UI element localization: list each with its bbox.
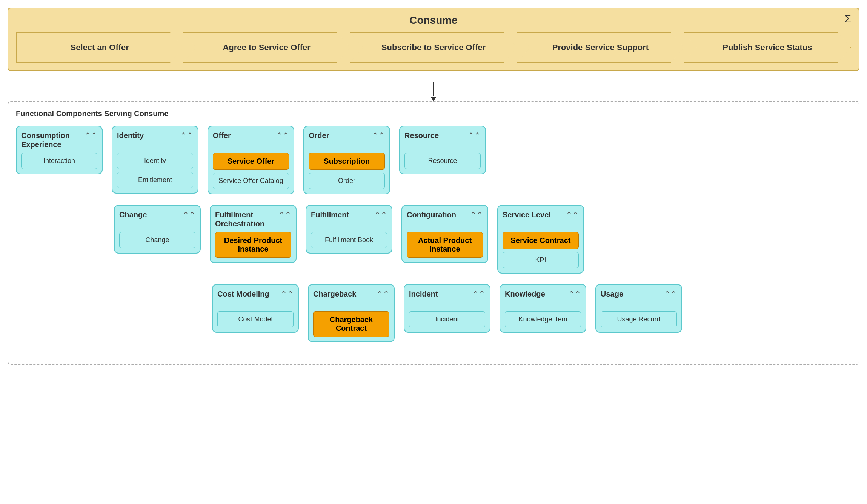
- comp-card-header-offer: Offer⌃⌃: [213, 131, 289, 149]
- banner-title: Consume: [16, 14, 851, 26]
- comp-item-consumption-experience-0: Interaction: [21, 153, 97, 169]
- comp-card-header-usage: Usage⌃⌃: [601, 289, 677, 307]
- comp-item-incident-0: Incident: [409, 311, 485, 327]
- comp-card-title-change: Change: [119, 210, 180, 219]
- comp-card-header-fulfillment-orchestration: Fulfillment Orchestration⌃⌃: [215, 210, 291, 228]
- comp-card-header-configuration: Configuration⌃⌃: [407, 210, 483, 228]
- comp-card-service-level: Service Level⌃⌃Service ContractKPI: [497, 205, 584, 274]
- comp-card-chevron-icon-fulfillment: ⌃⌃: [374, 210, 387, 219]
- comp-card-chevron-icon-identity: ⌃⌃: [180, 131, 193, 140]
- comp-item-change-0: Change: [119, 232, 195, 248]
- page-container: Consume Σ Select an OfferAgree to Servic…: [8, 8, 859, 365]
- comp-card-title-fulfillment: Fulfillment: [311, 210, 372, 219]
- comp-card-chargeback: Chargeback⌃⌃Chargeback Contract: [308, 284, 395, 342]
- comp-card-chevron-icon-cost-modeling: ⌃⌃: [281, 289, 294, 298]
- sigma-icon: Σ: [845, 13, 851, 25]
- comp-item-service-level-1: KPI: [503, 252, 579, 268]
- comp-card-chevron-icon-knowledge: ⌃⌃: [568, 289, 581, 298]
- comp-card-consumption-experience: Consumption Experience⌃⌃Interaction: [16, 126, 103, 174]
- comp-item-identity-1: Entitlement: [117, 172, 193, 188]
- comp-card-chevron-icon-consumption-experience: ⌃⌃: [85, 131, 97, 140]
- comp-item-identity-0: Identity: [117, 153, 193, 169]
- component-row-2: Change⌃⌃ChangeFulfillment Orchestration⌃…: [16, 205, 851, 274]
- arrow-row: Select an OfferAgree to Service OfferSub…: [16, 32, 851, 63]
- functional-area: Functional Components Serving Consume Co…: [8, 101, 859, 365]
- comp-card-header-cost-modeling: Cost Modeling⌃⌃: [217, 289, 294, 307]
- comp-item-cost-modeling-0: Cost Model: [217, 311, 294, 327]
- comp-card-header-service-level: Service Level⌃⌃: [503, 210, 579, 228]
- comp-card-order: Order⌃⌃SubscriptionOrder: [303, 126, 390, 194]
- comp-card-header-order: Order⌃⌃: [309, 131, 385, 149]
- comp-card-title-usage: Usage: [601, 289, 662, 298]
- comp-item-order-1: Order: [309, 173, 385, 189]
- comp-card-incident: Incident⌃⌃Incident: [404, 284, 490, 333]
- comp-card-title-consumption-experience: Consumption Experience: [21, 131, 82, 149]
- functional-area-title: Functional Components Serving Consume: [16, 109, 851, 118]
- comp-card-header-resource: Resource⌃⌃: [404, 131, 481, 149]
- comp-item-usage-0: Usage Record: [601, 311, 677, 327]
- arrow-connector: [8, 82, 859, 101]
- comp-card-chevron-icon-offer: ⌃⌃: [276, 131, 289, 140]
- comp-item-fulfillment-0: Fulfillment Book: [311, 232, 387, 248]
- consume-banner: Consume Σ Select an OfferAgree to Servic…: [8, 8, 859, 71]
- comp-card-title-resource: Resource: [404, 131, 466, 140]
- comp-card-usage: Usage⌃⌃Usage Record: [595, 284, 682, 333]
- comp-card-offer: Offer⌃⌃Service OfferService Offer Catalo…: [208, 126, 294, 194]
- comp-card-title-incident: Incident: [409, 289, 470, 298]
- comp-item-offer-1: Service Offer Catalog: [213, 173, 289, 189]
- comp-card-title-cost-modeling: Cost Modeling: [217, 289, 278, 298]
- comp-card-identity: Identity⌃⌃IdentityEntitlement: [112, 126, 198, 194]
- comp-item-knowledge-0: Knowledge Item: [505, 311, 581, 327]
- comp-item-service-level-0: Service Contract: [503, 232, 579, 249]
- comp-card-header-knowledge: Knowledge⌃⌃: [505, 289, 581, 307]
- comp-item-chargeback-0: Chargeback Contract: [313, 311, 389, 337]
- comp-item-order-0: Subscription: [309, 153, 385, 170]
- comp-card-header-change: Change⌃⌃: [119, 210, 195, 228]
- comp-card-chevron-icon-order: ⌃⌃: [372, 131, 385, 140]
- comp-card-resource: Resource⌃⌃Resource: [399, 126, 486, 174]
- component-row-1: Consumption Experience⌃⌃InteractionIdent…: [16, 126, 851, 194]
- comp-card-header-fulfillment: Fulfillment⌃⌃: [311, 210, 387, 228]
- comp-card-cost-modeling: Cost Modeling⌃⌃Cost Model: [212, 284, 299, 333]
- comp-card-header-consumption-experience: Consumption Experience⌃⌃: [21, 131, 97, 149]
- comp-card-knowledge: Knowledge⌃⌃Knowledge Item: [500, 284, 586, 333]
- component-row-3: Cost Modeling⌃⌃Cost ModelChargeback⌃⌃Cha…: [16, 284, 851, 342]
- comp-card-change: Change⌃⌃Change: [114, 205, 201, 254]
- comp-card-title-knowledge: Knowledge: [505, 289, 566, 298]
- comp-card-chevron-icon-resource: ⌃⌃: [468, 131, 481, 140]
- arrow-step-2: Subscribe to Service Offer: [350, 32, 517, 63]
- comp-card-title-chargeback: Chargeback: [313, 289, 374, 298]
- arrow-step-3: Provide Service Support: [517, 32, 684, 63]
- comp-card-chevron-icon-configuration: ⌃⌃: [470, 210, 483, 219]
- comp-card-title-order: Order: [309, 131, 370, 140]
- comp-item-fulfillment-orchestration-0: Desired Product Instance: [215, 232, 291, 258]
- comp-card-title-service-level: Service Level: [503, 210, 564, 219]
- comp-card-chevron-icon-incident: ⌃⌃: [472, 289, 485, 298]
- comp-card-chevron-icon-chargeback: ⌃⌃: [377, 289, 389, 298]
- comp-card-configuration: Configuration⌃⌃Actual Product Instance: [401, 205, 488, 263]
- comp-item-configuration-0: Actual Product Instance: [407, 232, 483, 258]
- comp-card-chevron-icon-change: ⌃⌃: [183, 210, 195, 219]
- comp-card-fulfillment: Fulfillment⌃⌃Fulfillment Book: [306, 205, 392, 254]
- comp-card-title-configuration: Configuration: [407, 210, 468, 219]
- comp-card-title-offer: Offer: [213, 131, 274, 140]
- comp-card-fulfillment-orchestration: Fulfillment Orchestration⌃⌃Desired Produ…: [210, 205, 297, 263]
- comp-card-header-identity: Identity⌃⌃: [117, 131, 193, 149]
- arrow-step-4: Publish Service Status: [684, 32, 851, 63]
- comp-card-title-fulfillment-orchestration: Fulfillment Orchestration: [215, 210, 276, 228]
- arrow-step-0: Select an Offer: [16, 32, 183, 63]
- comp-card-header-incident: Incident⌃⌃: [409, 289, 485, 307]
- comp-card-title-identity: Identity: [117, 131, 178, 140]
- comp-card-header-chargeback: Chargeback⌃⌃: [313, 289, 389, 307]
- comp-item-offer-0: Service Offer: [213, 153, 289, 170]
- comp-card-chevron-icon-usage: ⌃⌃: [664, 289, 677, 298]
- comp-card-chevron-icon-service-level: ⌃⌃: [566, 210, 579, 219]
- comp-card-chevron-icon-fulfillment-orchestration: ⌃⌃: [278, 210, 291, 219]
- arrow-step-1: Agree to Service Offer: [183, 32, 350, 63]
- comp-item-resource-0: Resource: [404, 153, 481, 169]
